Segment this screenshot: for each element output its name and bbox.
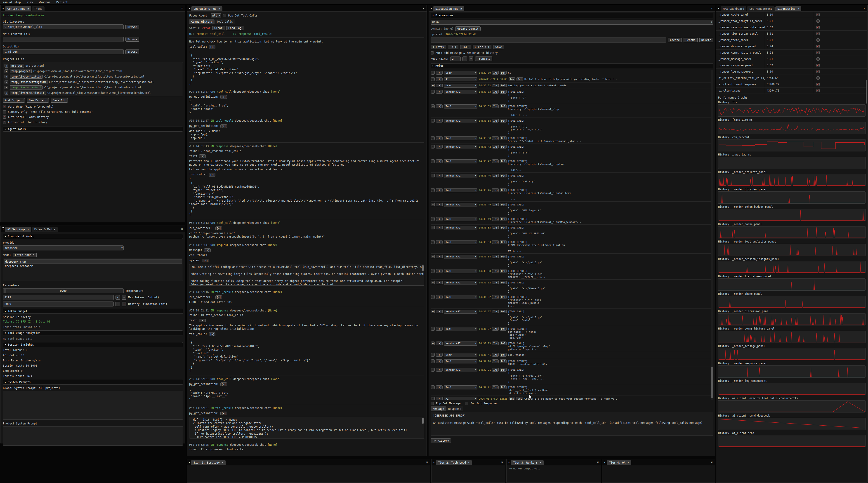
main-context-file-input[interactable]	[3, 37, 124, 42]
panel-close-icon[interactable]: ×	[423, 6, 424, 10]
entry-expand-button[interactable]: [+]	[436, 368, 442, 372]
expand-button[interactable]: [+]	[209, 45, 215, 49]
entry-ins-button[interactable]: Ins	[492, 174, 499, 178]
entry-expand-button[interactable]: [+]	[436, 188, 442, 192]
entry-ins-button[interactable]: Ins	[492, 255, 499, 258]
panel-close-icon[interactable]: ×	[711, 6, 713, 10]
entry-expand-button[interactable]: [+]	[436, 295, 442, 299]
entry-del-button[interactable]: Del	[500, 385, 506, 389]
entry-role-combo[interactable]: User▼	[444, 353, 477, 357]
expand-button[interactable]: [+]	[215, 226, 222, 230]
tab-operations-hub[interactable]: Operations Hub×	[191, 6, 222, 11]
entry-role-combo[interactable]: Tool▼	[444, 136, 477, 140]
entry-del-button[interactable]: Del	[500, 71, 506, 74]
entry-role-combo[interactable]: Vendor API▼	[444, 255, 477, 259]
tab-close-icon[interactable]: ×	[540, 461, 541, 464]
panel-close-icon[interactable]: ×	[597, 460, 599, 464]
entry-expand-button[interactable]: [+]	[436, 397, 442, 400]
entry-add-button[interactable]: +	[431, 385, 435, 389]
fetch-models-button[interactable]: Fetch Models	[13, 253, 37, 257]
entry-expand-button[interactable]: [+]	[436, 174, 442, 178]
project-file-pill[interactable]: temp_project	[10, 69, 32, 73]
timing-checkbox[interactable]: ✓	[816, 57, 819, 61]
entry-expand-button[interactable]: [+]	[436, 359, 442, 363]
panel-collapse-icon[interactable]: ▼	[189, 7, 190, 10]
tab-close-icon[interactable]: ×	[219, 7, 220, 10]
entry-del-button[interactable]: Del	[500, 342, 506, 345]
create-button[interactable]: Create	[668, 38, 682, 42]
panel-collapse-icon[interactable]: ▼	[2, 7, 4, 10]
tab-tier3-workers[interactable]: Tier 3: Workers×	[511, 460, 544, 465]
comms-history-log[interactable]: Now let me check how to run this applica…	[189, 37, 424, 453]
entry-del-button[interactable]: Del	[500, 310, 506, 313]
truncate-button[interactable]: Truncate	[475, 57, 492, 61]
tab-close-icon[interactable]: ×	[222, 461, 223, 464]
tab-comms-history[interactable]: Comms History	[189, 19, 215, 24]
new-project-button[interactable]: New Project	[27, 98, 49, 103]
menu-item-windows[interactable]: Windows	[39, 1, 51, 4]
entry-add-button[interactable]: +	[431, 188, 435, 192]
global-prompt-textarea[interactable]	[3, 391, 183, 420]
panel-close-icon[interactable]: ×	[863, 6, 865, 10]
entry-role-combo[interactable]: Tool▼	[444, 359, 477, 363]
discussion-entries-list[interactable]: +[+]User▼14:29:59InsDelhi+[+]AI▼2026-03-…	[431, 70, 713, 400]
expand-button[interactable]: [+]	[220, 124, 227, 128]
max-tokens-input[interactable]: 8192	[3, 295, 114, 300]
entry-role-combo[interactable]: Vendor API▼	[444, 281, 477, 285]
expand-button[interactable]: [+]	[199, 453, 206, 453]
rename-button[interactable]: Rename	[684, 38, 698, 42]
entry-add-button[interactable]: +	[431, 226, 435, 229]
entry-ins-button[interactable]: Ins	[492, 226, 499, 229]
checkbox-summary[interactable]	[3, 110, 6, 114]
entry-role-combo[interactable]: Vendor API▼	[444, 310, 477, 314]
entries-scrollbar[interactable]	[711, 70, 713, 400]
entry-del-button[interactable]: Del	[500, 90, 506, 94]
entry-ins-button[interactable]: Ins	[492, 84, 499, 87]
output-dir-browse-button[interactable]: Browse	[125, 50, 139, 54]
remove-file-button[interactable]: x	[4, 91, 8, 95]
entry-ins-button[interactable]: Ins	[492, 188, 499, 192]
entry-add-button[interactable]: +	[431, 217, 435, 221]
expand-button[interactable]: [+]	[199, 154, 206, 158]
entry-ins-button[interactable]: Ins	[492, 295, 499, 299]
remove-file-button[interactable]: x	[4, 80, 8, 84]
timing-checkbox[interactable]: ✓	[816, 51, 819, 54]
entry-del-button[interactable]: Del	[500, 104, 506, 108]
entry-add-button[interactable]: +	[431, 310, 435, 313]
save-all-button[interactable]: Save All	[51, 98, 68, 103]
entry-add-button[interactable]: +	[431, 145, 435, 149]
expand-button[interactable]: [+]	[204, 248, 211, 252]
tab-tier4-qa[interactable]: Tier 4: QA×	[607, 460, 631, 465]
tab-response[interactable]: Response	[446, 407, 463, 411]
agent-tools-header[interactable]: ► Agent Tools	[3, 127, 183, 132]
tab-context-hub[interactable]: Context Hub×	[5, 6, 31, 11]
entry-add-button[interactable]: +	[431, 359, 435, 363]
entry-ins-button[interactable]: Ins	[492, 342, 499, 345]
entry-ins-button[interactable]: Ins	[492, 90, 499, 94]
entry-del-button[interactable]: Del	[517, 397, 523, 400]
project-file-pill[interactable]: project	[10, 64, 24, 68]
entry-expand-button[interactable]: [+]	[436, 353, 442, 357]
-entry-button[interactable]: + Entry	[431, 45, 446, 49]
entry-ins-button[interactable]: Ins	[508, 77, 515, 81]
entry-del-button[interactable]: Del	[500, 240, 506, 244]
log-scroll-box[interactable]: You are a helpful coding assistant with …	[189, 264, 424, 286]
entry-ins-button[interactable]: Ins	[492, 269, 499, 273]
entry-role-combo[interactable]: Vendor API▼	[444, 226, 477, 230]
expand-button[interactable]: [+]	[215, 295, 222, 299]
entry-add-button[interactable]: +	[431, 90, 435, 94]
history-truncation-minus-button[interactable]: -	[116, 302, 120, 306]
entry-add-button[interactable]: +	[431, 203, 435, 206]
expand-button[interactable]: [+]	[209, 332, 215, 336]
entry-add-button[interactable]: +	[431, 295, 435, 299]
update-commit-button[interactable]: Update Commit	[455, 27, 480, 31]
keep-pairs-minus-button[interactable]: -	[463, 57, 467, 61]
entry-expand-button[interactable]: [+]	[436, 77, 442, 81]
discussion-combo[interactable]: main ▼	[431, 20, 713, 25]
entry-del-button[interactable]: Del	[500, 145, 506, 149]
remove-file-button[interactable]: x	[4, 86, 8, 89]
panel-close-icon[interactable]: ×	[181, 6, 183, 10]
log-scroll-box[interactable]: def __init__(self) -> None: # Initialize…	[189, 417, 424, 439]
entry-role-combo[interactable]: Tool▼	[444, 159, 477, 163]
expand-button[interactable]: [+]	[220, 412, 227, 415]
